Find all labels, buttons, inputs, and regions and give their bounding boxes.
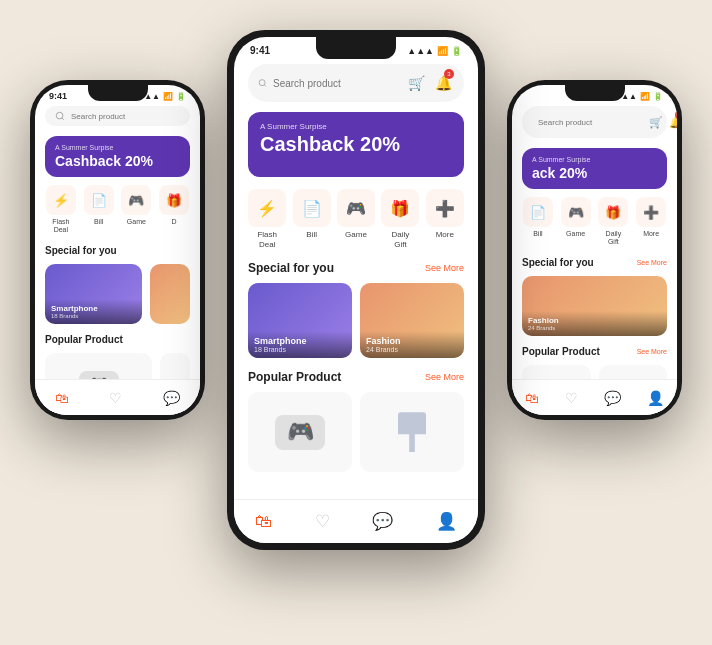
daily-icon-center: 🎁 <box>381 189 419 227</box>
flash-label-center: FlashDeal <box>257 230 277 249</box>
cat-flash-left[interactable]: ⚡ FlashDeal <box>45 185 77 235</box>
fashion-overlay-center: Fashion 24 Brands <box>360 331 464 358</box>
banner-subtitle-right: A Summer Surpise <box>532 156 657 163</box>
smartphone-subtitle-left: 18 Brands <box>51 313 136 319</box>
smartphone-overlay-left: Smartphone 18 Brands <box>45 299 142 324</box>
fashion-card-right[interactable]: Fashion 24 Brands <box>522 276 667 336</box>
search-input-right[interactable] <box>538 118 643 127</box>
game-icon-center: 🎮 <box>337 189 375 227</box>
phones-container: 9:41 ▲▲▲ 📶 🔋 A Summer Surpise Cashback 2… <box>0 0 712 645</box>
popular-cards-center: 🎮 <box>248 392 464 472</box>
battery-icon-left: 🔋 <box>176 92 186 101</box>
popular-header-center: Popular Product See More <box>248 370 464 384</box>
cat-more-right[interactable]: ➕ More <box>635 197 667 247</box>
flash-icon-left: ⚡ <box>46 185 76 215</box>
cat-game-left[interactable]: 🎮 Game <box>121 185 153 235</box>
cat-more-left[interactable]: 🎁 D <box>158 185 190 235</box>
nav-chat-right[interactable]: 💬 <box>604 390 621 406</box>
banner-left: A Summer Surpise Cashback 20% <box>45 136 190 177</box>
more-label-center: More <box>436 230 454 240</box>
svg-line-5 <box>264 85 266 87</box>
fashion-subtitle-right: 24 Brands <box>528 325 661 331</box>
see-more-popular-center[interactable]: See More <box>425 372 464 382</box>
nav-chat-left[interactable]: 💬 <box>163 390 180 406</box>
center-content: 🛒 🔔 3 A Summer Surpise Cashback 20% ⚡ <box>234 56 478 530</box>
nav-profile-center[interactable]: 👤 <box>436 511 457 532</box>
nav-home-center[interactable]: 🛍 <box>255 512 272 532</box>
more-icon-left: 🎁 <box>159 185 189 215</box>
phone-center-screen: 9:41 ▲▲▲ 📶 🔋 🛒 🔔 3 <box>234 37 478 543</box>
nav-wishlist-center[interactable]: ♡ <box>315 511 330 532</box>
nav-chat-center[interactable]: 💬 <box>372 511 393 532</box>
cat-bill-left[interactable]: 📄 Bill <box>83 185 115 235</box>
daily-icon-right: 🎁 <box>598 197 628 227</box>
nav-home-left[interactable]: 🛍 <box>55 390 69 406</box>
daily-label-right: DailyGift <box>606 230 622 247</box>
popular-card-2-center[interactable] <box>360 392 464 472</box>
banner-title-center: Cashback 20% <box>260 133 452 156</box>
phone-left-screen: 9:41 ▲▲▲ 📶 🔋 A Summer Surpise Cashback 2… <box>35 85 200 415</box>
bill-label-left: Bill <box>94 218 103 226</box>
fashion-subtitle-center: 24 Brands <box>366 346 458 353</box>
phone-right: 9:41 ▲▲▲ 📶 🔋 🛒 🔔 3 <box>507 80 682 420</box>
banner-title-right: ack 20% <box>532 165 657 181</box>
svg-point-4 <box>259 80 265 86</box>
banner-subtitle-left: A Summer Surpise <box>55 144 180 151</box>
phone-right-screen: 9:41 ▲▲▲ 📶 🔋 🛒 🔔 3 <box>512 85 677 415</box>
banner-center: A Summer Surpise Cashback 20% <box>248 112 464 177</box>
cart-btn-center[interactable]: 🛒 <box>406 69 427 97</box>
pants-icon-center <box>398 412 426 452</box>
see-more-special-right[interactable]: See More <box>637 259 667 266</box>
product-cards-right: Fashion 24 Brands <box>522 276 667 336</box>
search-bar-left[interactable] <box>45 106 190 126</box>
nav-home-right[interactable]: 🛍 <box>525 390 539 406</box>
cart-icon-right: 🛒 <box>649 116 663 129</box>
search-icon-left <box>55 111 65 121</box>
popular-title-center: Popular Product <box>248 370 341 384</box>
cat-game-right[interactable]: 🎮 Game <box>560 197 592 247</box>
see-more-popular-right[interactable]: See More <box>637 348 667 355</box>
smartphone-overlay-center: Smartphone 18 Brands <box>248 331 352 358</box>
see-more-special-center[interactable]: See More <box>425 263 464 273</box>
search-bar-center[interactable]: 🛒 🔔 3 <box>248 64 464 102</box>
smartphone-card-left[interactable]: Smartphone 18 Brands <box>45 264 142 324</box>
smartphone-card-center[interactable]: Smartphone 18 Brands <box>248 283 352 358</box>
nav-profile-right[interactable]: 👤 <box>647 390 664 406</box>
cart-icon-center: 🛒 <box>408 75 425 91</box>
cat-more-center[interactable]: ➕ More <box>426 189 464 249</box>
game-icon-right: 🎮 <box>561 197 591 227</box>
game-label-left: Game <box>127 218 146 226</box>
bell-badge-right: 3 <box>675 111 677 119</box>
notch-center <box>316 37 396 59</box>
phone-center: 9:41 ▲▲▲ 📶 🔋 🛒 🔔 3 <box>227 30 485 550</box>
bell-btn-center[interactable]: 🔔 3 <box>433 69 454 97</box>
nav-wishlist-right[interactable]: ♡ <box>565 390 578 406</box>
fashion-title-center: Fashion <box>366 336 458 346</box>
cat-daily-right[interactable]: 🎁 DailyGift <box>598 197 630 247</box>
popular-header-left: Popular Product <box>45 334 190 345</box>
nav-wishlist-left[interactable]: ♡ <box>109 390 122 406</box>
search-input-left[interactable] <box>71 112 180 121</box>
smartphone-title-center: Smartphone <box>254 336 346 346</box>
smartphone-title-left: Smartphone <box>51 304 136 313</box>
cat-game-center[interactable]: 🎮 Game <box>337 189 375 249</box>
search-bar-right[interactable]: 🛒 🔔 3 <box>522 106 667 138</box>
search-input-center[interactable] <box>273 78 400 89</box>
game-label-right: Game <box>566 230 585 238</box>
fashion-card-left[interactable] <box>150 264 190 324</box>
search-icon-center <box>258 77 267 89</box>
more-cat-icon-right: ➕ <box>636 197 666 227</box>
cat-bill-right[interactable]: 📄 Bill <box>522 197 554 247</box>
bell-btn-right[interactable]: 🔔 3 <box>669 111 677 133</box>
cart-btn-right[interactable]: 🛒 <box>649 111 663 133</box>
wifi-icon-center: 📶 <box>437 46 448 56</box>
game-icon-left: 🎮 <box>121 185 151 215</box>
cat-daily-center[interactable]: 🎁 DailyGift <box>381 189 419 249</box>
fashion-card-center[interactable]: Fashion 24 Brands <box>360 283 464 358</box>
cat-bill-center[interactable]: 📄 Bill <box>292 189 330 249</box>
cat-flash-center[interactable]: ⚡ FlashDeal <box>248 189 286 249</box>
popular-title-left: Popular Product <box>45 334 123 345</box>
more-label-left: D <box>172 218 177 226</box>
popular-card-1-center[interactable]: 🎮 <box>248 392 352 472</box>
controller-icon-center: 🎮 <box>275 415 325 450</box>
